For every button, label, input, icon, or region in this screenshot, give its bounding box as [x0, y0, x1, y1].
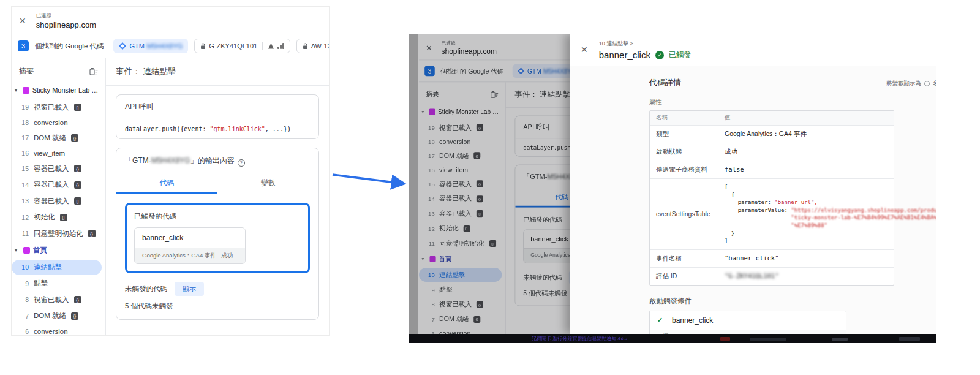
close-icon[interactable]: ✕ [19, 17, 26, 25]
sidebar-event-13[interactable]: 13 容器已載入 {} [12, 194, 105, 209]
properties-table: 名稱 值 類型 Google Analytics：GA4 事件 啟動狀態 成功 … [649, 110, 894, 286]
not-fired-label: 未觸發的代碼 [125, 284, 167, 294]
redacted-url: "%E7%89%88" [725, 222, 827, 229]
sidebar-event-6[interactable]: 6 conversion [12, 325, 105, 336]
tag-assistant-window: ✕ 已連線 shoplineapp.com 3 個找到的 Google 代碼 G… [11, 6, 330, 336]
help-icon[interactable]: ? [238, 159, 245, 167]
sidebar-event-7[interactable]: 7 DOM 就緒 {} [12, 308, 105, 324]
not-fired-count: 5 個代碼未觸發 [125, 301, 310, 311]
sidebar-event-19[interactable]: 19 視窗已載入 {} [12, 100, 105, 115]
breadcrumb[interactable]: 10 連結點擊 > [599, 40, 691, 48]
page-color-swatch [23, 247, 30, 254]
api-call-card: API 呼叫 dataLayer.push({event: "gtm.linkC… [116, 94, 319, 139]
radio-names[interactable] [924, 81, 930, 86]
sidebar-event-18[interactable]: 18 conversion [12, 116, 105, 129]
page-group-home[interactable]: ▾ 首頁 [12, 242, 105, 259]
summary-tab[interactable]: 摘要 [19, 66, 34, 77]
firing-triggers-table: ✓ banner_click 篩選器 ✓ gtm.linkClick 等於 gt… [649, 311, 846, 334]
redacted-url: "https://elvisyangyang.shoplineapp.com/p… [791, 207, 936, 213]
api-call-icon: {} [74, 296, 81, 303]
container-output-title: 「GTM-M5H4X8YG」的輸出內容? [116, 148, 318, 173]
google-tags-bar: 3 個找到的 Google 代碼 GTM-M5H4X8YG G-ZKY41QL1… [12, 34, 329, 58]
container-output-card: 「GTM-M5H4X8YG」的輸出內容? 代碼 變數 已觸發的代碼 banner… [116, 148, 319, 320]
event-settings-json: [ { parameter: "banner_url", parameterVa… [725, 183, 936, 245]
close-icon[interactable]: ✕ [581, 45, 588, 54]
tab-variables[interactable]: 變數 [217, 173, 318, 194]
datalayer-push-code: dataLayer.push({event: "gtm.linkClick", … [116, 119, 318, 138]
page-title: banner_click [599, 50, 650, 60]
ga4-tag-chip[interactable]: G-ZKY41QL101 [194, 39, 290, 53]
gtm-id-redacted: M5H4X8YG [151, 156, 190, 165]
tag-detail-window: ✕ 已連線 shoplineapp.com 3 個找到的 Google 代碼 G… [409, 34, 936, 343]
connection-header: ✕ 已連線 shoplineapp.com [12, 7, 329, 34]
properties-label: 屬性 [649, 98, 936, 107]
aw-tag-chip[interactable]: AW-123456789 [296, 39, 329, 53]
sidebar-event-9[interactable]: 9 點擊 [12, 276, 105, 291]
table-row: 傳送電子商務資料 false [650, 161, 894, 178]
api-call-icon: {} [71, 134, 78, 142]
fired-check-icon: ✓ [655, 51, 664, 59]
api-call-label[interactable]: API 呼叫 [116, 95, 318, 119]
table-row-event-settings: eventSettingsTable [ { parameter: "banne… [650, 178, 894, 249]
sidebar-event-11[interactable]: 11 同意聲明初始化 {} [12, 226, 105, 241]
check-icon: ✓ [657, 316, 666, 324]
sidebar-event-15[interactable]: 15 容器已載入 {} [12, 161, 105, 176]
window-edge [409, 34, 418, 343]
api-call-icon: {} [71, 312, 78, 320]
redacted-measurement-id: "G-ZKY41QL101" [718, 268, 894, 285]
api-call-icon: {} [74, 165, 81, 172]
sidebar-event-17[interactable]: 17 DOM 就緒 {} [12, 131, 105, 146]
pointer-arrow [328, 164, 420, 195]
table-row: 類型 Google Analytics：GA4 事件 [650, 125, 894, 143]
lock-icon [303, 43, 308, 50]
sidebar-event-8[interactable]: 8 視窗已載入 {} [12, 292, 105, 308]
clear-filter-icon[interactable] [89, 67, 98, 75]
fired-status-label: 已觸發 [669, 50, 691, 60]
fired-tags-highlight-box: 已觸發的代碼 banner_click Google Analytics：GA4… [125, 203, 310, 273]
bar-chart-icon [277, 43, 284, 49]
caret-down-icon[interactable]: ▾ [15, 248, 20, 253]
gtm-logo-icon [119, 42, 126, 50]
display-variables-as: 將變數顯示為 名稱 [886, 80, 936, 88]
analytics-logo-icon [268, 43, 274, 49]
page-color-swatch [23, 87, 29, 94]
table-row: 評估 ID "G-ZKY41QL101" [650, 267, 894, 285]
api-call-icon: {} [74, 104, 81, 111]
caret-down-icon[interactable]: ▾ [15, 88, 20, 93]
api-call-icon: {} [60, 214, 67, 221]
status-bar-artifact [750, 338, 786, 341]
table-header-row: 名稱 值 [650, 111, 894, 125]
event-title: 事件： 連結點擊 [106, 58, 329, 86]
api-call-icon: {} [88, 230, 96, 237]
table-row: 啟動狀態 成功 [650, 143, 894, 161]
sidebar-event-16[interactable]: 16 view_item [12, 146, 105, 160]
event-sidebar: 摘要 ▾ Sticky Monster Lab 紙箱… 19 [12, 58, 106, 335]
banner-click-tag-card[interactable]: banner_click Google Analytics：GA4 事件 - 成… [134, 227, 246, 264]
filters-subheader: 篩選器 [650, 330, 846, 334]
tag-name: banner_click [135, 228, 245, 248]
output-tabs: 代碼 變數 [116, 173, 318, 194]
tab-tags[interactable]: 代碼 [116, 173, 217, 194]
gtm-id-redacted: M5H4X8YG [147, 42, 183, 50]
show-button[interactable]: 顯示 [175, 282, 204, 296]
api-call-icon: {} [74, 197, 81, 205]
sidebar-event-12[interactable]: 12 初始化 {} [12, 210, 105, 225]
sidebar-event-10-selected[interactable]: 10 連結點擊 [12, 260, 102, 275]
connection-status: 已連線 [36, 12, 96, 20]
lock-icon [200, 43, 206, 50]
tag-count-badge: 3 [18, 40, 29, 51]
gtm-container-chip[interactable]: GTM-M5H4X8YG [113, 39, 188, 53]
trigger-name-row: ✓ banner_click [650, 311, 846, 330]
status-bar-artifact [832, 338, 848, 341]
firing-triggers-label: 啟動觸發條件 [649, 297, 936, 306]
chip-divider [262, 42, 263, 50]
redacted-url: "ticky-monster-lab-%E7%B4%99%E7%AE%B1%E4… [725, 214, 936, 221]
status-bar-blurred-text: 記得關卡 進行分鐘實體提信息變動通知 /http [532, 335, 627, 342]
tag-details-panel: ✕ 10 連結點擊 > banner_click ✓ 已觸發 將變數顯示為 名稱… [570, 34, 936, 334]
tag-type-status: Google Analytics：GA4 事件 - 成功 [135, 248, 245, 263]
connected-domain: shoplineapp.com [36, 20, 96, 29]
page-group-sticky-monster[interactable]: ▾ Sticky Monster Lab 紙箱… [12, 82, 105, 99]
status-bar-artifact [720, 337, 730, 341]
status-bar-artifact [899, 337, 920, 341]
sidebar-event-14[interactable]: 14 容器已載入 {} [12, 177, 105, 192]
